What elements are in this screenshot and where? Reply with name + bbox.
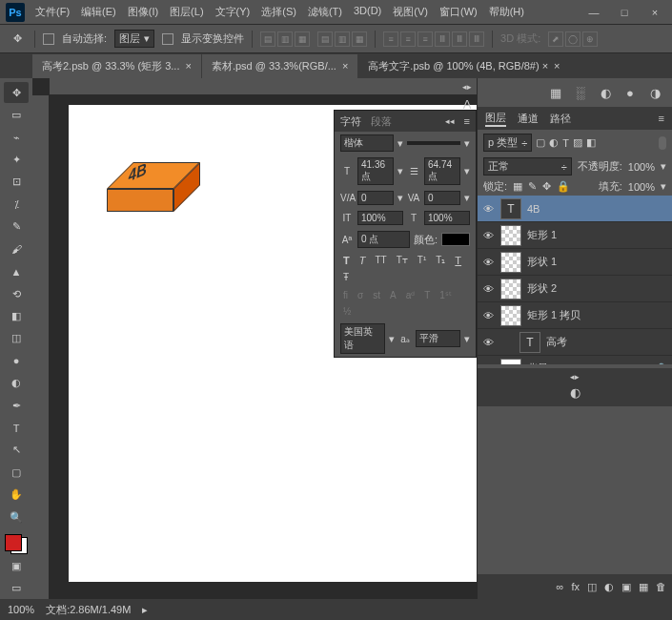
- subscript-button[interactable]: T₁: [433, 254, 448, 267]
- text-color-swatch[interactable]: [441, 233, 470, 246]
- layer-shape2[interactable]: 👁形状 2: [478, 276, 672, 302]
- ot-button[interactable]: T: [421, 289, 433, 301]
- zoom-tool[interactable]: 🔍: [4, 506, 29, 527]
- mode3d-icon[interactable]: ◯: [565, 31, 580, 47]
- layer-name[interactable]: 矩形 1 拷贝: [527, 308, 580, 322]
- heal-tool[interactable]: ✎: [4, 217, 29, 238]
- kerning-input[interactable]: 0: [357, 191, 394, 205]
- dist-icon[interactable]: ≡: [383, 31, 398, 47]
- language-dropdown[interactable]: 美国英语: [340, 323, 385, 354]
- menu-edit[interactable]: 编辑(E): [76, 2, 121, 22]
- close-icon[interactable]: ×: [342, 60, 348, 72]
- dist-icon[interactable]: Ⅲ: [469, 31, 484, 47]
- dist-icon[interactable]: ≡: [417, 31, 433, 47]
- visibility-icon[interactable]: 👁: [481, 310, 495, 321]
- ot-button[interactable]: σ: [355, 289, 366, 301]
- layer-4b[interactable]: 👁T4B: [478, 196, 672, 222]
- layer-name[interactable]: 形状 2: [527, 281, 557, 296]
- character-panel[interactable]: 字符 段落 ◂◂ ≡ 楷体▾▾ T41.36 点▾☰64.74 点▾ V/A0▾…: [334, 110, 477, 358]
- dist-icon[interactable]: Ⅲ: [452, 31, 467, 47]
- ot-button[interactable]: fi: [340, 289, 351, 301]
- collapse-icon[interactable]: ◂◂: [445, 116, 455, 126]
- font-size-input[interactable]: 41.36 点: [357, 157, 394, 185]
- align-icon[interactable]: ▤: [317, 31, 333, 47]
- menu-3d[interactable]: 3D(D): [349, 2, 386, 22]
- menu-view[interactable]: 视图(V): [388, 2, 433, 22]
- layer-rect1[interactable]: 👁矩形 1: [478, 222, 672, 249]
- tab-paths[interactable]: 路径: [550, 112, 571, 126]
- pen-tool[interactable]: ✒: [4, 395, 29, 416]
- info-dropdown-icon[interactable]: ▸: [142, 604, 148, 616]
- lock-icon[interactable]: ✎: [528, 180, 537, 193]
- fill-value[interactable]: 100%: [628, 181, 655, 193]
- blur-tool[interactable]: ●: [4, 350, 29, 371]
- hand-tool[interactable]: ✋: [4, 485, 29, 506]
- ot-button[interactable]: st: [370, 289, 383, 301]
- minimize-button[interactable]: —: [582, 7, 605, 18]
- vscale-input[interactable]: 100%: [357, 211, 403, 225]
- expand-icon[interactable]: ◂▸: [462, 82, 472, 92]
- ruler-vertical[interactable]: [32, 95, 50, 599]
- char-panel-header[interactable]: 字符 段落 ◂◂ ≡: [335, 111, 476, 132]
- screenmode-tool[interactable]: ▭: [4, 578, 29, 599]
- menu-window[interactable]: 窗口(W): [435, 2, 482, 22]
- brush-tool[interactable]: 🖌: [4, 238, 29, 259]
- history-icon[interactable]: ▦: [546, 83, 565, 102]
- lock-icon[interactable]: ▦: [513, 180, 522, 193]
- close-icon[interactable]: ×: [554, 60, 560, 72]
- wand-tool[interactable]: ✦: [4, 149, 29, 170]
- strike-button[interactable]: Ŧ: [340, 271, 352, 283]
- gradient-tool[interactable]: ◫: [4, 328, 29, 349]
- fx-icon[interactable]: fx: [571, 581, 580, 592]
- zoom-value[interactable]: 100%: [8, 604, 34, 615]
- shape-tool[interactable]: ▢: [4, 462, 29, 483]
- align-icon[interactable]: ▥: [335, 31, 350, 47]
- trash-icon[interactable]: 🗑: [656, 581, 666, 592]
- adjust-icon[interactable]: ◐: [565, 385, 584, 400]
- panel-menu-icon[interactable]: ≡: [659, 113, 664, 124]
- filter-icon[interactable]: ▢: [536, 136, 545, 149]
- layer-rect1copy[interactable]: 👁矩形 1 拷贝: [478, 302, 672, 329]
- menu-select[interactable]: 选择(S): [256, 2, 301, 22]
- quickmask-tool[interactable]: ▣: [4, 555, 29, 576]
- visibility-icon[interactable]: 👁: [481, 230, 495, 241]
- ot-button[interactable]: aᵈ: [403, 289, 418, 301]
- allcaps-button[interactable]: TT: [372, 254, 389, 267]
- align-icon[interactable]: ▤: [260, 31, 275, 47]
- mode3d-icon[interactable]: ⊕: [582, 31, 598, 47]
- align-icon[interactable]: ▥: [277, 31, 293, 47]
- lasso-tool[interactable]: ⌁: [4, 127, 29, 148]
- filter-kind-dropdown[interactable]: p 类型÷: [483, 134, 532, 152]
- tab-paragraph[interactable]: 段落: [371, 114, 392, 129]
- group-icon[interactable]: ▣: [621, 581, 631, 593]
- showcontrols-checkbox[interactable]: [162, 33, 173, 45]
- marquee-tool[interactable]: ▭: [4, 104, 29, 125]
- layer-name[interactable]: 高考: [546, 335, 567, 349]
- toggle-icon[interactable]: ◑: [645, 83, 664, 102]
- font-style-dropdown[interactable]: [407, 141, 460, 145]
- close-icon[interactable]: ×: [185, 60, 191, 72]
- blend-mode-dropdown[interactable]: 正常÷: [483, 157, 572, 176]
- menu-type[interactable]: 文字(Y): [211, 2, 255, 22]
- visibility-icon[interactable]: 👁: [481, 283, 495, 295]
- baseline-input[interactable]: 0 点: [357, 231, 410, 248]
- ot-button[interactable]: 1ˢᵗ: [437, 289, 455, 301]
- smallcaps-button[interactable]: Tᴛ: [394, 254, 411, 267]
- autoselect-checkbox[interactable]: [43, 33, 54, 45]
- filter-icon[interactable]: T: [562, 137, 569, 149]
- lock-icon[interactable]: 🔒: [557, 180, 570, 193]
- tab-channels[interactable]: 通道: [518, 112, 539, 126]
- history-tool[interactable]: ⟲: [4, 283, 29, 304]
- path-tool[interactable]: ↖: [4, 440, 29, 461]
- font-family-dropdown[interactable]: 楷体: [340, 134, 394, 152]
- visibility-icon[interactable]: 👁: [481, 257, 495, 268]
- panel-menu-icon[interactable]: ≡: [464, 115, 470, 127]
- layer-name[interactable]: 背景: [527, 362, 548, 364]
- new-icon[interactable]: ▦: [639, 581, 648, 593]
- menu-layer[interactable]: 图层(L): [165, 2, 208, 22]
- ot-button[interactable]: ½: [340, 305, 354, 318]
- italic-button[interactable]: T: [356, 254, 369, 267]
- leading-input[interactable]: 64.74 点: [424, 157, 460, 185]
- link-icon[interactable]: ∞: [557, 581, 564, 592]
- layer-name[interactable]: 4B: [527, 203, 540, 215]
